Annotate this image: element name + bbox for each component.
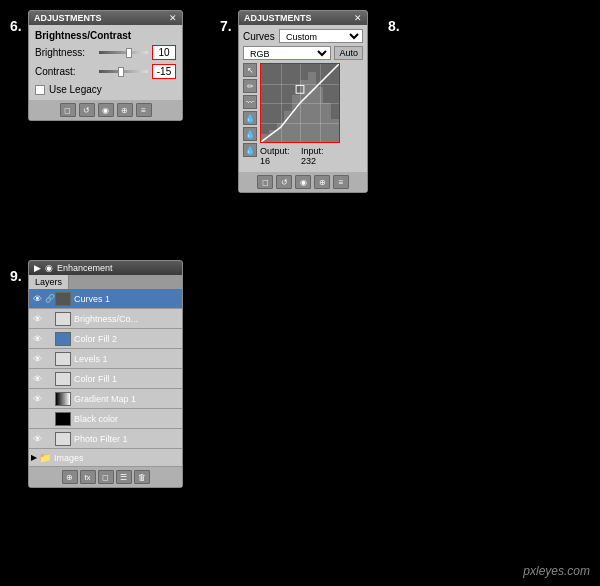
layer-row[interactable]: 👁Color Fill 1 — [29, 369, 182, 389]
layer-name-label: Photo Filter 1 — [74, 434, 180, 444]
panel-close-7[interactable]: ✕ — [354, 13, 362, 23]
footer-icon-7-5[interactable]: ≡ — [333, 175, 349, 189]
layer-thumbnail — [55, 372, 71, 386]
layers-footer-icon-5[interactable]: 🗑 — [134, 470, 150, 484]
layer-link-icon[interactable]: 🔗 — [45, 294, 55, 303]
curves-tool-eyedropper1[interactable]: 💧 — [243, 111, 257, 125]
contrast-value[interactable]: -15 — [152, 64, 176, 79]
contrast-label: Contrast: — [35, 66, 95, 77]
layer-thumbnail — [55, 392, 71, 406]
contrast-track[interactable] — [99, 70, 148, 73]
layers-footer-icon-1[interactable]: ⊕ — [62, 470, 78, 484]
panel-titlebar-6: ADJUSTMENTS ✕ — [29, 11, 182, 25]
footer-icon-7-3[interactable]: ◉ — [295, 175, 311, 189]
brightness-contrast-panel: ADJUSTMENTS ✕ Brightness/Contrast Bright… — [28, 10, 183, 121]
step9-caption: Here is my layer placement I erase unwat… — [200, 290, 409, 335]
footer-icon-7-4[interactable]: ⊕ — [314, 175, 330, 189]
panel-titlebar-7: ADJUSTMENTS ✕ — [239, 11, 367, 25]
panel-footer-6: ◻ ↺ ◉ ⊕ ≡ — [29, 100, 182, 120]
panel-title-7: ADJUSTMENTS — [244, 13, 312, 23]
folder-arrow-icon: ▶ — [31, 453, 37, 462]
layer-row[interactable]: 👁Brightness/Co... — [29, 309, 182, 329]
footer-icon-4[interactable]: ⊕ — [117, 103, 133, 117]
layers-footer-icon-3[interactable]: ◻ — [98, 470, 114, 484]
layer-name-label: Black color — [74, 414, 180, 424]
layer-name-label: Brightness/Co... — [74, 314, 180, 324]
brightness-value[interactable]: 10 — [152, 45, 176, 60]
step7-number: 7. — [220, 18, 232, 34]
layer-eye-icon[interactable]: 👁 — [31, 333, 43, 345]
layer-eye-icon[interactable]: 👁 — [31, 393, 43, 405]
contrast-row: Contrast: -15 — [35, 64, 176, 79]
curves-info: Output: 16 Input: 232 — [260, 146, 340, 166]
footer-icon-7-2[interactable]: ↺ — [276, 175, 292, 189]
layers-footer: ⊕ fx ◻ ☰ 🗑 — [29, 467, 182, 487]
layer-row[interactable]: 👁Photo Filter 1 — [29, 429, 182, 449]
footer-icon-5[interactable]: ≡ — [136, 103, 152, 117]
use-legacy-label: Use Legacy — [49, 84, 102, 95]
curves-tool-eyedropper3[interactable]: 💧 — [243, 143, 257, 157]
tab-layers[interactable]: Layers — [29, 275, 69, 289]
footer-icon-2[interactable]: ↺ — [79, 103, 95, 117]
curves-preset-select[interactable]: Custom — [279, 29, 363, 43]
curves-preset-label: Curves — [243, 31, 279, 42]
layer-eye-icon[interactable]: 👁 — [31, 353, 43, 365]
watermark: pxleyes.com — [523, 564, 590, 578]
brightness-label: Brightness: — [35, 47, 95, 58]
layers-titlebar: ▶ ◉ Enhancement — [29, 261, 182, 275]
layer-row[interactable]: 👁Levels 1 — [29, 349, 182, 369]
brightness-row: Brightness: 10 — [35, 45, 176, 60]
layer-name-label: Curves 1 — [74, 294, 180, 304]
layers-footer-icon-4[interactable]: ☰ — [116, 470, 132, 484]
footer-icon-7-1[interactable]: ◻ — [257, 175, 273, 189]
layer-row[interactable]: 👁Color Fill 2 — [29, 329, 182, 349]
layer-name-label: Color Fill 2 — [74, 334, 180, 344]
layers-list: 👁🔗Curves 1👁Brightness/Co...👁Color Fill 2… — [29, 289, 182, 449]
curves-tools: ↖ ✏ 〰 💧 💧 💧 — [243, 63, 257, 157]
layer-eye-icon[interactable]: 👁 — [31, 293, 43, 305]
use-legacy-row: Use Legacy — [35, 84, 176, 95]
layer-row[interactable]: 👁🔗Curves 1 — [29, 289, 182, 309]
layer-name-label: Levels 1 — [74, 354, 180, 364]
layer-eye-icon[interactable]: 👁 — [31, 373, 43, 385]
panel-close-6[interactable]: ✕ — [169, 13, 177, 23]
panel-subtitle-6: Brightness/Contrast — [35, 30, 176, 41]
step8-description: Create a new layer fill it with Black Co… — [405, 10, 590, 83]
svg-rect-0 — [296, 85, 304, 93]
layers-panel-title: Enhancement — [57, 263, 113, 273]
curves-panel: ADJUSTMENTS ✕ Curves Custom RGB Auto ↖ ✏… — [238, 10, 368, 193]
layer-row[interactable]: 👁Gradient Map 1 — [29, 389, 182, 409]
layers-panel: ▶ ◉ Enhancement Layers 👁🔗Curves 1👁Bright… — [28, 260, 183, 488]
step9-caption-line2: I erase unwated part from curves. — [200, 312, 409, 334]
layers-panel-icon2: ◉ — [45, 263, 53, 273]
curves-preset-row: Curves Custom — [243, 29, 363, 43]
curves-tool-eyedropper2[interactable]: 💧 — [243, 127, 257, 141]
curves-graph[interactable] — [260, 63, 340, 143]
curves-auto-btn[interactable]: Auto — [334, 46, 363, 60]
step6-number: 6. — [10, 18, 22, 34]
panel-title-6: ADJUSTMENTS — [34, 13, 102, 23]
curves-output: Output: 16 — [260, 146, 301, 166]
layer-thumbnail — [55, 412, 71, 426]
step9-caption-line1: Here is my layer placement — [200, 290, 409, 312]
layer-eye-icon[interactable]: 👁 — [31, 313, 43, 325]
footer-icon-3[interactable]: ◉ — [98, 103, 114, 117]
curves-tool-pen[interactable]: ✏ — [243, 79, 257, 93]
layer-eye-icon[interactable] — [31, 413, 43, 425]
layers-footer-icon-2[interactable]: fx — [80, 470, 96, 484]
layer-eye-icon[interactable]: 👁 — [31, 433, 43, 445]
layer-thumbnail — [55, 292, 71, 306]
curves-area: ↖ ✏ 〰 💧 💧 💧 — [243, 63, 363, 166]
layer-row[interactable]: Black color — [29, 409, 182, 429]
curves-channel-select[interactable]: RGB — [243, 46, 331, 60]
brightness-track[interactable] — [99, 51, 148, 54]
step8-number: 8. — [388, 18, 400, 34]
layer-thumbnail — [55, 352, 71, 366]
footer-icon-1[interactable]: ◻ — [60, 103, 76, 117]
step9-number: 9. — [10, 268, 22, 284]
use-legacy-checkbox[interactable] — [35, 85, 45, 95]
images-folder-row[interactable]: ▶ 📁 Images — [29, 449, 182, 467]
layer-thumbnail — [55, 432, 71, 446]
curves-tool-smooth[interactable]: 〰 — [243, 95, 257, 109]
curves-tool-pointer[interactable]: ↖ — [243, 63, 257, 77]
